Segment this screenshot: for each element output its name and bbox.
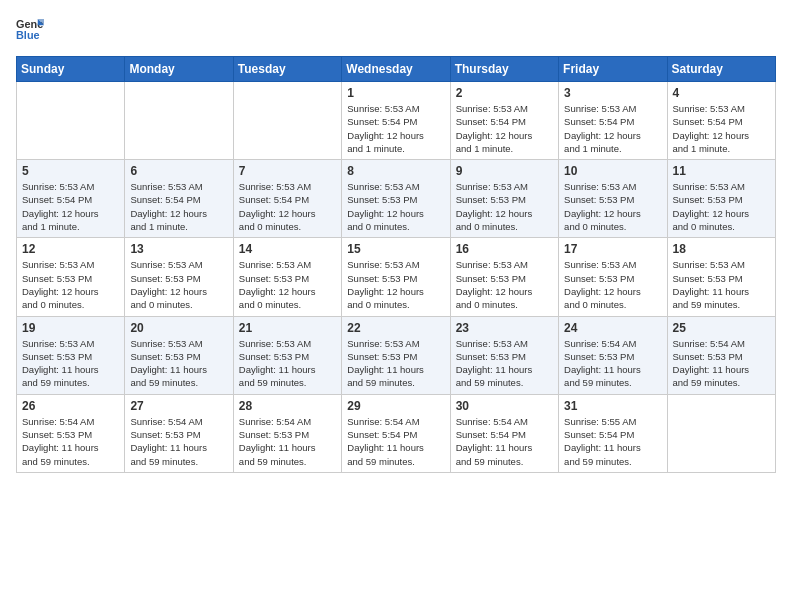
- calendar-cell: 9Sunrise: 5:53 AM Sunset: 5:53 PM Daylig…: [450, 160, 558, 238]
- calendar-cell: 10Sunrise: 5:53 AM Sunset: 5:53 PM Dayli…: [559, 160, 667, 238]
- calendar-cell: 4Sunrise: 5:53 AM Sunset: 5:54 PM Daylig…: [667, 82, 775, 160]
- calendar-week-row: 26Sunrise: 5:54 AM Sunset: 5:53 PM Dayli…: [17, 394, 776, 472]
- day-info: Sunrise: 5:53 AM Sunset: 5:53 PM Dayligh…: [564, 258, 661, 311]
- weekday-header: Saturday: [667, 57, 775, 82]
- calendar-week-row: 5Sunrise: 5:53 AM Sunset: 5:54 PM Daylig…: [17, 160, 776, 238]
- calendar-cell: 17Sunrise: 5:53 AM Sunset: 5:53 PM Dayli…: [559, 238, 667, 316]
- day-info: Sunrise: 5:53 AM Sunset: 5:53 PM Dayligh…: [673, 180, 770, 233]
- weekday-header: Friday: [559, 57, 667, 82]
- calendar-cell: 2Sunrise: 5:53 AM Sunset: 5:54 PM Daylig…: [450, 82, 558, 160]
- day-number: 8: [347, 164, 444, 178]
- calendar-cell: 13Sunrise: 5:53 AM Sunset: 5:53 PM Dayli…: [125, 238, 233, 316]
- calendar-cell: 6Sunrise: 5:53 AM Sunset: 5:54 PM Daylig…: [125, 160, 233, 238]
- day-number: 20: [130, 321, 227, 335]
- day-info: Sunrise: 5:54 AM Sunset: 5:54 PM Dayligh…: [456, 415, 553, 468]
- day-number: 7: [239, 164, 336, 178]
- day-info: Sunrise: 5:53 AM Sunset: 5:54 PM Dayligh…: [564, 102, 661, 155]
- day-number: 13: [130, 242, 227, 256]
- page-header: General Blue: [16, 16, 776, 44]
- calendar-cell: [233, 82, 341, 160]
- calendar-week-row: 19Sunrise: 5:53 AM Sunset: 5:53 PM Dayli…: [17, 316, 776, 394]
- calendar-week-row: 1Sunrise: 5:53 AM Sunset: 5:54 PM Daylig…: [17, 82, 776, 160]
- day-number: 31: [564, 399, 661, 413]
- day-info: Sunrise: 5:53 AM Sunset: 5:53 PM Dayligh…: [564, 180, 661, 233]
- calendar-week-row: 12Sunrise: 5:53 AM Sunset: 5:53 PM Dayli…: [17, 238, 776, 316]
- calendar: SundayMondayTuesdayWednesdayThursdayFrid…: [16, 56, 776, 473]
- calendar-cell: 14Sunrise: 5:53 AM Sunset: 5:53 PM Dayli…: [233, 238, 341, 316]
- day-info: Sunrise: 5:54 AM Sunset: 5:53 PM Dayligh…: [564, 337, 661, 390]
- calendar-cell: 18Sunrise: 5:53 AM Sunset: 5:53 PM Dayli…: [667, 238, 775, 316]
- day-info: Sunrise: 5:53 AM Sunset: 5:54 PM Dayligh…: [130, 180, 227, 233]
- day-info: Sunrise: 5:53 AM Sunset: 5:53 PM Dayligh…: [673, 258, 770, 311]
- day-info: Sunrise: 5:53 AM Sunset: 5:54 PM Dayligh…: [239, 180, 336, 233]
- calendar-cell: 31Sunrise: 5:55 AM Sunset: 5:54 PM Dayli…: [559, 394, 667, 472]
- calendar-cell: 30Sunrise: 5:54 AM Sunset: 5:54 PM Dayli…: [450, 394, 558, 472]
- day-info: Sunrise: 5:54 AM Sunset: 5:54 PM Dayligh…: [347, 415, 444, 468]
- day-info: Sunrise: 5:53 AM Sunset: 5:53 PM Dayligh…: [347, 180, 444, 233]
- calendar-cell: 16Sunrise: 5:53 AM Sunset: 5:53 PM Dayli…: [450, 238, 558, 316]
- day-number: 23: [456, 321, 553, 335]
- day-info: Sunrise: 5:53 AM Sunset: 5:53 PM Dayligh…: [239, 258, 336, 311]
- logo-icon: General Blue: [16, 16, 44, 44]
- weekday-header: Sunday: [17, 57, 125, 82]
- day-number: 17: [564, 242, 661, 256]
- day-number: 16: [456, 242, 553, 256]
- day-number: 28: [239, 399, 336, 413]
- calendar-cell: 29Sunrise: 5:54 AM Sunset: 5:54 PM Dayli…: [342, 394, 450, 472]
- calendar-cell: 5Sunrise: 5:53 AM Sunset: 5:54 PM Daylig…: [17, 160, 125, 238]
- day-info: Sunrise: 5:53 AM Sunset: 5:54 PM Dayligh…: [347, 102, 444, 155]
- calendar-cell: 1Sunrise: 5:53 AM Sunset: 5:54 PM Daylig…: [342, 82, 450, 160]
- day-number: 2: [456, 86, 553, 100]
- day-number: 18: [673, 242, 770, 256]
- svg-text:Blue: Blue: [16, 29, 40, 41]
- calendar-cell: 27Sunrise: 5:54 AM Sunset: 5:53 PM Dayli…: [125, 394, 233, 472]
- calendar-cell: [667, 394, 775, 472]
- calendar-cell: 25Sunrise: 5:54 AM Sunset: 5:53 PM Dayli…: [667, 316, 775, 394]
- day-info: Sunrise: 5:53 AM Sunset: 5:53 PM Dayligh…: [347, 337, 444, 390]
- weekday-header: Wednesday: [342, 57, 450, 82]
- calendar-cell: 12Sunrise: 5:53 AM Sunset: 5:53 PM Dayli…: [17, 238, 125, 316]
- calendar-cell: 22Sunrise: 5:53 AM Sunset: 5:53 PM Dayli…: [342, 316, 450, 394]
- day-info: Sunrise: 5:54 AM Sunset: 5:53 PM Dayligh…: [22, 415, 119, 468]
- day-info: Sunrise: 5:53 AM Sunset: 5:53 PM Dayligh…: [22, 337, 119, 390]
- logo: General Blue: [16, 16, 44, 44]
- day-number: 25: [673, 321, 770, 335]
- day-number: 11: [673, 164, 770, 178]
- weekday-header: Monday: [125, 57, 233, 82]
- calendar-cell: 20Sunrise: 5:53 AM Sunset: 5:53 PM Dayli…: [125, 316, 233, 394]
- day-number: 6: [130, 164, 227, 178]
- day-number: 22: [347, 321, 444, 335]
- day-number: 27: [130, 399, 227, 413]
- day-number: 4: [673, 86, 770, 100]
- day-number: 24: [564, 321, 661, 335]
- calendar-cell: 7Sunrise: 5:53 AM Sunset: 5:54 PM Daylig…: [233, 160, 341, 238]
- day-info: Sunrise: 5:53 AM Sunset: 5:53 PM Dayligh…: [347, 258, 444, 311]
- day-info: Sunrise: 5:53 AM Sunset: 5:53 PM Dayligh…: [456, 180, 553, 233]
- calendar-cell: 21Sunrise: 5:53 AM Sunset: 5:53 PM Dayli…: [233, 316, 341, 394]
- day-number: 30: [456, 399, 553, 413]
- calendar-cell: [17, 82, 125, 160]
- calendar-cell: 11Sunrise: 5:53 AM Sunset: 5:53 PM Dayli…: [667, 160, 775, 238]
- day-info: Sunrise: 5:53 AM Sunset: 5:54 PM Dayligh…: [456, 102, 553, 155]
- day-number: 14: [239, 242, 336, 256]
- day-number: 21: [239, 321, 336, 335]
- day-info: Sunrise: 5:53 AM Sunset: 5:54 PM Dayligh…: [22, 180, 119, 233]
- calendar-cell: 15Sunrise: 5:53 AM Sunset: 5:53 PM Dayli…: [342, 238, 450, 316]
- calendar-cell: 3Sunrise: 5:53 AM Sunset: 5:54 PM Daylig…: [559, 82, 667, 160]
- day-info: Sunrise: 5:54 AM Sunset: 5:53 PM Dayligh…: [673, 337, 770, 390]
- day-number: 3: [564, 86, 661, 100]
- calendar-header-row: SundayMondayTuesdayWednesdayThursdayFrid…: [17, 57, 776, 82]
- day-info: Sunrise: 5:53 AM Sunset: 5:53 PM Dayligh…: [130, 258, 227, 311]
- day-number: 10: [564, 164, 661, 178]
- day-number: 15: [347, 242, 444, 256]
- day-number: 1: [347, 86, 444, 100]
- calendar-cell: 24Sunrise: 5:54 AM Sunset: 5:53 PM Dayli…: [559, 316, 667, 394]
- day-info: Sunrise: 5:53 AM Sunset: 5:53 PM Dayligh…: [456, 258, 553, 311]
- calendar-cell: 26Sunrise: 5:54 AM Sunset: 5:53 PM Dayli…: [17, 394, 125, 472]
- day-info: Sunrise: 5:54 AM Sunset: 5:53 PM Dayligh…: [239, 415, 336, 468]
- day-info: Sunrise: 5:53 AM Sunset: 5:53 PM Dayligh…: [130, 337, 227, 390]
- day-info: Sunrise: 5:53 AM Sunset: 5:53 PM Dayligh…: [239, 337, 336, 390]
- day-number: 5: [22, 164, 119, 178]
- calendar-cell: 28Sunrise: 5:54 AM Sunset: 5:53 PM Dayli…: [233, 394, 341, 472]
- calendar-cell: 23Sunrise: 5:53 AM Sunset: 5:53 PM Dayli…: [450, 316, 558, 394]
